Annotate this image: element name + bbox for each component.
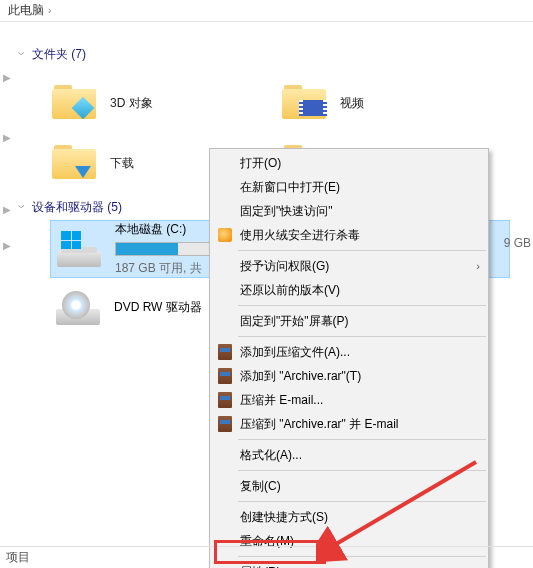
breadcrumb[interactable]: 此电脑 › <box>0 0 533 22</box>
folder-icon <box>50 139 98 187</box>
menu-separator <box>238 439 486 440</box>
menu-item-label: 格式化(A)... <box>240 447 302 464</box>
drive-dvd-name: DVD RW 驱动器 <box>114 299 202 316</box>
menu-item-label: 压缩并 E-mail... <box>240 392 323 409</box>
menu-item-label: 还原以前的版本(V) <box>240 282 340 299</box>
menu-item[interactable]: 固定到"开始"屏幕(P) <box>210 309 488 333</box>
menu-item-label: 固定到"开始"屏幕(P) <box>240 313 349 330</box>
folder-icon <box>50 79 98 127</box>
folder-item[interactable]: 3D 对象 <box>50 73 280 133</box>
rar-icon <box>216 415 234 433</box>
group-devices-title: 设备和驱动器 (5) <box>32 199 122 216</box>
menu-item[interactable]: 打开(O) <box>210 151 488 175</box>
tree-caret-icon[interactable]: ▶ <box>3 204 11 215</box>
folder-item[interactable]: 视频 <box>280 73 510 133</box>
partial-free-text: 9 GB <box>504 236 531 250</box>
menu-item-label: 授予访问权限(G) <box>240 258 329 275</box>
folder-label: 视频 <box>340 95 364 112</box>
rar-icon <box>216 367 234 385</box>
tree-caret-icon[interactable]: ▶ <box>3 240 11 251</box>
menu-item[interactable]: 复制(C) <box>210 474 488 498</box>
context-menu[interactable]: 打开(O)在新窗口中打开(E)固定到"快速访问"使用火绒安全进行杀毒授予访问权限… <box>209 148 489 568</box>
menu-item[interactable]: 压缩并 E-mail... <box>210 388 488 412</box>
menu-item[interactable]: 添加到 "Archive.rar"(T) <box>210 364 488 388</box>
folder-label: 3D 对象 <box>110 95 153 112</box>
menu-item-label: 固定到"快速访问" <box>240 203 333 220</box>
menu-item[interactable]: 在新窗口中打开(E) <box>210 175 488 199</box>
folder-icon <box>280 79 328 127</box>
status-bar: 项目 <box>0 546 533 568</box>
menu-item[interactable]: 格式化(A)... <box>210 443 488 467</box>
menu-item-label: 使用火绒安全进行杀毒 <box>240 227 360 244</box>
menu-separator <box>238 501 486 502</box>
menu-item-label: 添加到 "Archive.rar"(T) <box>240 368 361 385</box>
chevron-right-icon: › <box>48 5 51 16</box>
caret-down-icon: ﹀ <box>18 201 25 215</box>
breadcrumb-root[interactable]: 此电脑 <box>8 2 44 19</box>
menu-item-label: 打开(O) <box>240 155 281 172</box>
book-icon <box>216 226 234 244</box>
menu-item[interactable]: 固定到"快速访问" <box>210 199 488 223</box>
menu-item-label: 复制(C) <box>240 478 281 495</box>
status-items: 项目 <box>6 549 30 566</box>
menu-separator <box>238 470 486 471</box>
caret-down-icon: ﹀ <box>18 48 25 62</box>
menu-item[interactable]: 创建快捷方式(S) <box>210 505 488 529</box>
menu-item[interactable]: 添加到压缩文件(A)... <box>210 340 488 364</box>
drive-c-icon <box>57 231 105 267</box>
menu-item-label: 创建快捷方式(S) <box>240 509 328 526</box>
group-folders-header[interactable]: ﹀ 文件夹 (7) <box>16 42 533 67</box>
tree-caret-icon[interactable]: ▶ <box>3 72 11 83</box>
menu-item[interactable]: 还原以前的版本(V) <box>210 278 488 302</box>
menu-item[interactable]: 使用火绒安全进行杀毒 <box>210 223 488 247</box>
menu-item-label: 添加到压缩文件(A)... <box>240 344 350 361</box>
menu-separator <box>238 250 486 251</box>
menu-item[interactable]: 压缩到 "Archive.rar" 并 E-mail <box>210 412 488 436</box>
menu-separator <box>238 336 486 337</box>
menu-item-label: 在新窗口中打开(E) <box>240 179 340 196</box>
menu-item[interactable]: 授予访问权限(G)› <box>210 254 488 278</box>
rar-icon <box>216 343 234 361</box>
menu-item-label: 压缩到 "Archive.rar" 并 E-mail <box>240 416 399 433</box>
folder-label: 下载 <box>110 155 134 172</box>
dvd-icon <box>56 289 104 325</box>
windows-logo-icon <box>61 231 81 249</box>
rar-icon <box>216 391 234 409</box>
chevron-right-icon: › <box>476 260 480 272</box>
group-folders-title: 文件夹 (7) <box>32 46 86 63</box>
menu-separator <box>238 305 486 306</box>
tree-caret-icon[interactable]: ▶ <box>3 132 11 143</box>
